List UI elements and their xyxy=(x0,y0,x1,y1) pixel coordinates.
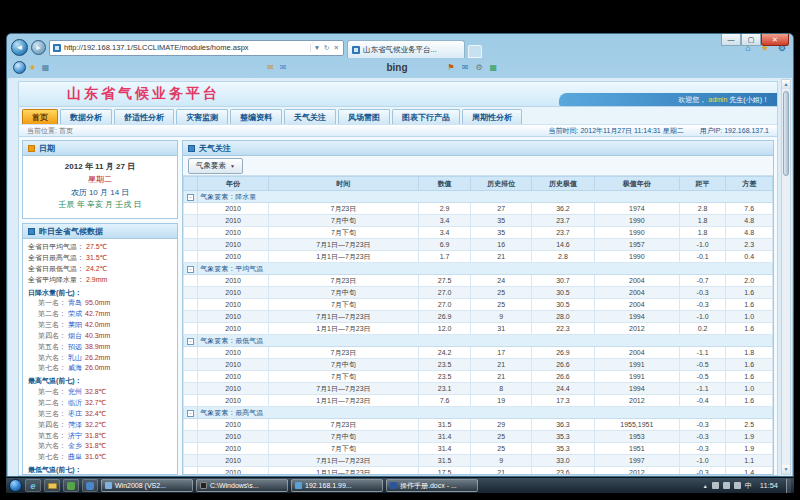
station-link[interactable]: 兖州 xyxy=(68,388,82,395)
station-link[interactable]: 烟台 xyxy=(68,332,82,339)
table-row[interactable]: 20107月1日—7月23日6.91614.61957-1.02.3 xyxy=(184,239,773,251)
table-row[interactable]: 20107月中旬31.42535.31953-0.31.9 xyxy=(184,431,773,443)
scrollbar-thumb[interactable] xyxy=(783,91,789,176)
nav-item[interactable]: 天气关注 xyxy=(284,109,336,124)
table-row[interactable]: 20107月中旬3.43523.719901.84.8 xyxy=(184,215,773,227)
nav-item[interactable]: 首页 xyxy=(22,109,58,124)
table-row[interactable]: 20107月23日27.52430.72004-0.72.0 xyxy=(184,275,773,287)
cell: 7月下旬 xyxy=(268,299,418,311)
nav-item[interactable]: 舒适性分析 xyxy=(114,109,174,124)
table-row[interactable]: 20107月1日—7月23日26.9928.01994-1.01.0 xyxy=(184,311,773,323)
taskbar-button[interactable]: Win2008 (VS2... xyxy=(101,479,193,492)
address-bar[interactable]: http://192.168.137.1/SLCCLIMATE/modules/… xyxy=(49,40,344,56)
table-row[interactable]: 20107月23日2.92736.219742.87.6 xyxy=(184,203,773,215)
stop-icon[interactable]: ✕ xyxy=(333,44,340,52)
new-tab-button[interactable] xyxy=(468,45,482,58)
table-row[interactable]: 20101月1日—7月23日7.61917.32012-0.41.6 xyxy=(184,395,773,407)
taskbar-clock[interactable]: 11:54 xyxy=(756,481,782,490)
climate-panel-body: 全省日平均气温：27.5℃全省日最高气温：31.5℃全省日最低气温：24.2℃全… xyxy=(23,239,177,474)
favorites-bar-star-icon[interactable]: ★ xyxy=(26,63,39,72)
station-link[interactable]: 青岛 xyxy=(68,299,82,306)
explorer-taskbar-icon[interactable] xyxy=(44,479,60,492)
cell: 36.3 xyxy=(532,419,595,431)
forward-button[interactable]: ► xyxy=(31,40,46,55)
tray-network-icon[interactable] xyxy=(712,482,719,489)
minimize-button[interactable]: — xyxy=(721,34,741,46)
station-link[interactable]: 曲阜 xyxy=(68,453,82,460)
cell: 1994 xyxy=(594,311,679,323)
station-link[interactable]: 招远 xyxy=(68,343,82,350)
table-row[interactable]: 20101月1日—7月23日17.52123.62012-0.31.4 xyxy=(184,467,773,475)
station-link[interactable]: 莱阳 xyxy=(68,321,82,328)
tray-action-center-icon[interactable] xyxy=(734,482,741,489)
collapse-icon[interactable]: - xyxy=(187,410,194,417)
app-taskbar-icon-blue[interactable] xyxy=(82,479,98,492)
refresh-icon[interactable]: ↻ xyxy=(323,44,330,52)
collapse-icon[interactable]: - xyxy=(187,266,194,273)
cell: 2010 xyxy=(198,443,269,455)
cell: 1991 xyxy=(594,359,679,371)
element-filter-button[interactable]: 气象要素 ▼ xyxy=(188,158,243,174)
table-row[interactable]: 20107月1日—7月23日31.5933.01997-1.01.1 xyxy=(184,455,773,467)
taskbar: e Win2008 (VS2...C:\Windows\s...192.168.… xyxy=(6,477,794,493)
bingbar-flag-icon[interactable]: ⚑ xyxy=(448,63,455,72)
cell: 35 xyxy=(471,227,532,239)
table-row[interactable]: 20107月下旬27.02530.52004-0.31.6 xyxy=(184,299,773,311)
bingbar-grid-icon[interactable]: ▦ xyxy=(490,63,498,72)
collapse-icon[interactable]: - xyxy=(187,194,194,201)
close-button[interactable]: ✕ xyxy=(761,34,789,46)
show-desktop-button[interactable] xyxy=(786,479,791,493)
nav-item[interactable]: 数据分析 xyxy=(60,109,112,124)
tray-volume-icon[interactable] xyxy=(723,482,730,489)
station-link[interactable]: 菏泽 xyxy=(68,421,82,428)
table-row[interactable]: 20101月1日—7月23日12.03122.320120.21.6 xyxy=(184,323,773,335)
taskbar-button[interactable]: C:\Windows\s... xyxy=(196,479,288,492)
mail-icon-2[interactable]: ✉ xyxy=(280,63,287,72)
station-link[interactable]: 枣庄 xyxy=(68,410,82,417)
start-button[interactable] xyxy=(9,479,22,492)
station-link[interactable]: 临沂 xyxy=(68,399,82,406)
nav-item[interactable]: 图表下行产品 xyxy=(392,109,460,124)
station-link[interactable]: 荣成 xyxy=(68,310,82,317)
favorites-bar-grid-icon[interactable]: ▦ xyxy=(39,63,52,72)
address-dropdown-icon[interactable]: ▼ xyxy=(313,44,321,52)
table-row[interactable]: 20107月1日—7月23日23.1824.41994-1.11.0 xyxy=(184,383,773,395)
bingbar-mail-icon[interactable]: ✉ xyxy=(462,63,469,72)
toolbar-circle-button[interactable] xyxy=(13,61,26,74)
scroll-up-icon[interactable]: ▲ xyxy=(782,80,790,89)
mail-icon[interactable]: ✉ xyxy=(267,63,274,72)
tray-up-arrow-icon[interactable]: ▲ xyxy=(703,483,708,489)
taskbar-button[interactable]: 192.168.1.99... xyxy=(291,479,383,492)
table-row[interactable]: 20107月下旬23.52126.61991-0.51.6 xyxy=(184,371,773,383)
nav-item[interactable]: 灾害监测 xyxy=(176,109,228,124)
collapse-icon[interactable]: - xyxy=(187,338,194,345)
bingbar-gear-icon[interactable]: ⚙ xyxy=(475,63,482,72)
station-link[interactable]: 济宁 xyxy=(68,432,82,439)
table-row[interactable]: 20107月下旬3.43523.719901.84.8 xyxy=(184,227,773,239)
ime-indicator[interactable]: 中 xyxy=(745,481,752,491)
station-link[interactable]: 金乡 xyxy=(68,442,82,449)
station-link[interactable]: 乳山 xyxy=(68,354,82,361)
taskbar-button[interactable]: 操作手册.docx - ... xyxy=(386,479,478,492)
table-row[interactable]: 20101月1日—7月23日1.7212.81990-0.10.4 xyxy=(184,251,773,263)
back-button[interactable]: ◄ xyxy=(11,39,28,56)
table-row[interactable]: 20107月23日24.21726.92004-1.11.8 xyxy=(184,347,773,359)
vertical-scrollbar[interactable]: ▲ ▼ xyxy=(781,79,791,475)
app-taskbar-icon-green[interactable] xyxy=(63,479,79,492)
cell: 17.3 xyxy=(532,395,595,407)
maximize-button[interactable]: ▢ xyxy=(741,34,761,46)
cell: 2010 xyxy=(198,395,269,407)
nav-item[interactable]: 风场雷图 xyxy=(338,109,390,124)
table-row[interactable]: 20107月23日31.52936.31955,1951-0.32.5 xyxy=(184,419,773,431)
browser-tab[interactable]: 山东省气候业务平台... xyxy=(347,40,465,58)
cell: 33.0 xyxy=(532,455,595,467)
nav-item[interactable]: 周期性分析 xyxy=(462,109,522,124)
rank-value: 31.8℃ xyxy=(85,432,107,439)
nav-item[interactable]: 整编资料 xyxy=(230,109,282,124)
ie-taskbar-icon[interactable]: e xyxy=(25,479,41,492)
scroll-down-icon[interactable]: ▼ xyxy=(782,465,790,474)
table-row[interactable]: 20107月下旬31.42535.31951-0.31.9 xyxy=(184,443,773,455)
table-row[interactable]: 20107月中旬27.02530.52004-0.31.6 xyxy=(184,287,773,299)
table-row[interactable]: 20107月中旬23.52126.61991-0.51.6 xyxy=(184,359,773,371)
station-link[interactable]: 威海 xyxy=(68,364,82,371)
